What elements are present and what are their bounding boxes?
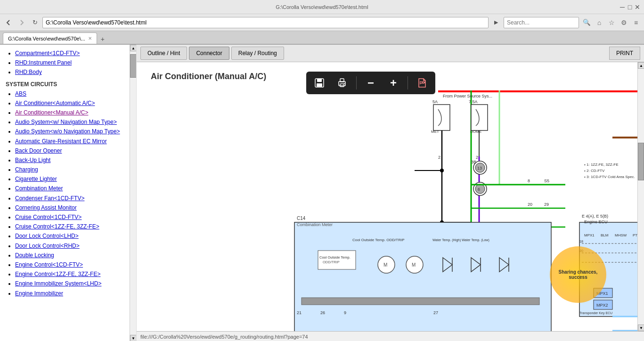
watermark: Sharing chances, success <box>550 246 606 303</box>
save-icon[interactable] <box>311 74 328 91</box>
watermark-circle: Sharing chances, success <box>550 246 606 303</box>
print-icon[interactable] <box>334 74 351 91</box>
new-tab-button[interactable]: + <box>98 34 107 44</box>
main-content: Compartment<1CD-FTV> RHD:Instrument Pane… <box>0 45 644 341</box>
refresh-button[interactable]: ↻ <box>29 17 41 28</box>
sidebar-link-audio-nav[interactable]: Audio System<w/ Navigation Map Type> <box>15 118 123 127</box>
svg-text:5A: 5A <box>432 99 438 104</box>
zoom-in-icon[interactable]: + <box>385 74 402 91</box>
svg-text:BLM: BLM <box>601 233 609 237</box>
go-button[interactable]: ▶ <box>490 17 502 28</box>
svg-text:MPX2: MPX2 <box>596 303 608 308</box>
sidebar-link-cruise-1zz[interactable]: Cruise Control<1ZZ-FE, 3ZZ-FE> <box>15 222 123 231</box>
svg-rect-42 <box>294 222 551 331</box>
sidebar-link-abs[interactable]: ABS <box>15 89 123 98</box>
sidebar-link-ac-auto[interactable]: Air Conditioner<Automatic A/C> <box>15 99 123 108</box>
svg-text:7.5A: 7.5A <box>469 99 478 104</box>
sidebar-link-backdoor[interactable]: Back Door Opener <box>15 146 123 155</box>
svg-text:13: 13 <box>477 166 482 170</box>
svg-text:DOME: DOME <box>470 130 481 134</box>
sidebar-link-cigarette[interactable]: Cigarette Lighter <box>15 175 123 184</box>
diagram-area: − + Air Conditioner (Manual A/C) <box>137 62 644 331</box>
close-button[interactable]: ✕ <box>635 4 640 10</box>
home-icon[interactable]: ⌂ <box>594 17 604 28</box>
print-button[interactable]: PRINT <box>609 47 640 60</box>
sidebar-link-ac-manual[interactable]: Air Conditioner<Manual A/C> <box>15 108 123 117</box>
gear-icon[interactable]: ⚙ <box>619 17 629 28</box>
svg-text:29: 29 <box>544 202 549 207</box>
svg-text:E 4(A), E 5(B): E 4(A), E 5(B) <box>582 214 608 219</box>
svg-text:• 2: CD-FTV: • 2: CD-FTV <box>584 169 605 173</box>
status-bar: file:///G:/Corolla%20Verso/ewd/ewd570e/g… <box>137 331 644 341</box>
svg-text:18: 18 <box>579 240 583 243</box>
diagram-title: Air Conditioner (Manual A/C) <box>151 72 266 81</box>
svg-text:Combination Meter: Combination Meter <box>297 222 333 227</box>
sidebar-link-rhd-body[interactable]: RHD:Body <box>15 68 123 77</box>
settings-icon[interactable]: ≡ <box>631 17 641 28</box>
sidebar-link-double-locking[interactable]: Double Locking <box>15 251 123 260</box>
svg-text:MET: MET <box>431 130 439 134</box>
svg-text:8: 8 <box>528 179 530 183</box>
back-button[interactable] <box>3 17 14 28</box>
maximize-button[interactable]: □ <box>627 4 633 10</box>
sidebar-link-charging[interactable]: Charging <box>15 165 123 174</box>
svg-text:MPX1: MPX1 <box>584 233 595 237</box>
svg-text:26: 26 <box>320 310 325 315</box>
sidebar-link-cornering[interactable]: Cornering Assist Monitor <box>15 203 123 212</box>
toolbar: Outline / Hint Connector Relay / Routing… <box>137 45 644 62</box>
svg-point-6 <box>344 83 345 84</box>
pdf-icon[interactable] <box>414 74 431 91</box>
sidebar-link-engine-1zz[interactable]: Engine Control<1ZZ-FE, 3ZZ-FE> <box>15 270 123 279</box>
scroll-down-arrow[interactable]: ▼ <box>130 335 137 341</box>
svg-text:MHSW: MHSW <box>615 233 627 237</box>
sidebar-link-immobilizer-lhd[interactable]: Engine Immobilizer System<LHD> <box>15 279 123 288</box>
scroll-thumb[interactable] <box>130 54 137 78</box>
svg-text:M: M <box>383 262 387 268</box>
svg-text:Water Temp. (Low): Water Temp. (Low) <box>462 238 489 242</box>
svg-text:ODD/TRIP: ODD/TRIP <box>323 260 340 264</box>
sidebar-link-condenser[interactable]: Condenser Fan<1CD-FTV> <box>15 194 123 203</box>
svg-text:M: M <box>412 262 416 268</box>
svg-text:From Power Source Sys...: From Power Source Sys... <box>443 94 492 98</box>
watermark-text: Sharing chances, success <box>550 265 606 284</box>
sidebar-link-glare[interactable]: Automatic Glare-Resistant EC Mirror <box>15 137 123 146</box>
sidebar-scrollbar[interactable]: ▲ ▼ <box>130 45 136 341</box>
relay-routing-button[interactable]: Relay / Routing <box>231 47 284 60</box>
right-scrollbar[interactable]: ▲ ▼ <box>637 62 644 331</box>
search-input[interactable] <box>504 17 579 28</box>
sidebar-link-audio-no-nav[interactable]: Audio System<w/o Navigation Map Type> <box>15 127 123 136</box>
sidebar-link-immobilizer[interactable]: Engine Immobilizer <box>15 289 123 298</box>
right-scroll-thumb[interactable] <box>638 143 644 180</box>
forward-button[interactable] <box>16 17 27 28</box>
svg-text:• 3: 1CD-FTV Cold Area Spec.: • 3: 1CD-FTV Cold Area Spec. <box>584 175 635 179</box>
sidebar-link-compartment[interactable]: Compartment<1CD-FTV> <box>15 49 123 58</box>
right-scroll-down[interactable]: ▼ <box>638 325 644 331</box>
browser-tab-active[interactable]: G:\Corolla Verso\ewd\ewd570e\... ✕ <box>3 32 97 44</box>
title-bar: G:\Corolla Verso\ewd\ewd570e\test.html ─… <box>0 0 644 14</box>
svg-text:• 1: 1ZZ-FE, 3ZZ-FE: • 1: 1ZZ-FE, 3ZZ-FE <box>584 162 619 167</box>
star-icon[interactable]: ☆ <box>606 17 617 28</box>
outline-hint-button[interactable]: Outline / Hint <box>140 47 187 60</box>
sidebar-link-doorlock-rhd[interactable]: Door Lock Control<RHD> <box>15 242 123 251</box>
connector-button[interactable]: Connector <box>189 47 229 60</box>
tab-close-icon[interactable]: ✕ <box>88 36 92 41</box>
sidebar-link-backup-light[interactable]: Back-Up Light <box>15 156 123 165</box>
tab-label: G:\Corolla Verso\ewd\ewd570e\... <box>8 36 85 41</box>
sidebar-link-engine-1cd[interactable]: Engine Control<1CD-FTV> <box>15 260 123 269</box>
sidebar-link-cruise-1cd[interactable]: Cruise Control<1CD-FTV> <box>15 213 123 222</box>
right-scroll-up[interactable]: ▲ <box>638 62 644 69</box>
svg-text:C14: C14 <box>297 216 306 221</box>
minimize-button[interactable]: ─ <box>620 4 625 10</box>
svg-rect-2 <box>317 83 322 87</box>
address-bar[interactable] <box>42 17 489 28</box>
zoom-out-icon[interactable]: − <box>362 74 379 91</box>
sidebar-link-rhd-instrument[interactable]: RHD:Instrument Panel <box>15 58 123 67</box>
sidebar-link-doorlock-lhd[interactable]: Door Lock Control<LHD> <box>15 232 123 241</box>
svg-text:21: 21 <box>297 310 302 315</box>
search-button[interactable]: 🔍 <box>581 17 592 28</box>
scroll-up-arrow[interactable]: ▲ <box>130 45 137 51</box>
svg-rect-61 <box>302 298 539 305</box>
sidebar: Compartment<1CD-FTV> RHD:Instrument Pane… <box>0 45 137 341</box>
status-url: file:///G:/Corolla%20Verso/ewd/ewd570e/g… <box>140 334 640 340</box>
sidebar-link-combo-meter[interactable]: Combination Meter <box>15 184 123 193</box>
